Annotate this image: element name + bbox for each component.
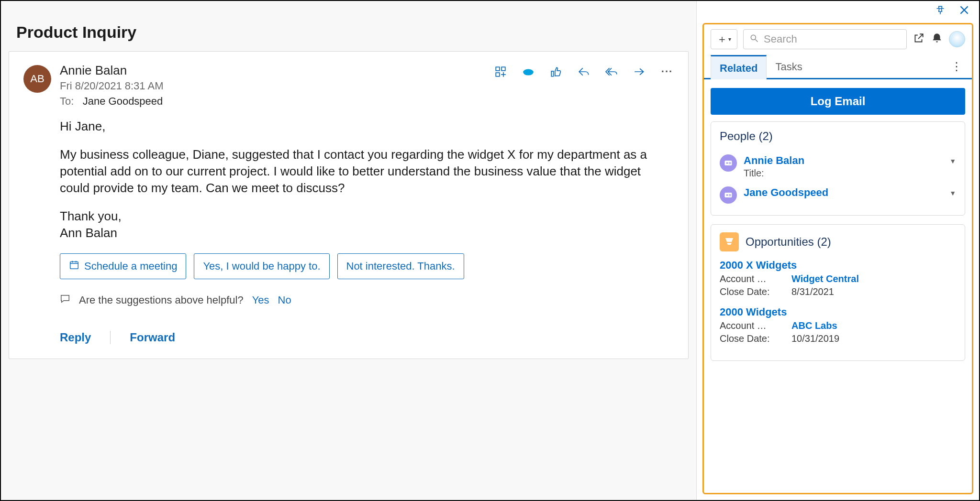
close-date: 10/31/2019 — [791, 333, 839, 344]
header-actions: ··· — [494, 63, 674, 78]
people-heading: People (2) — [720, 130, 956, 143]
email-header: AB Annie Balan Fri 8/20/2021 8:31 AM To:… — [23, 63, 674, 108]
close-date: 8/31/2021 — [791, 286, 834, 297]
person-title: Title: — [744, 168, 943, 179]
svg-line-11 — [756, 40, 758, 42]
reply-icon[interactable] — [577, 65, 590, 78]
opportunity-close-line: Close Date: 10/31/2019 — [720, 333, 956, 344]
schedule-meeting-button[interactable]: Schedule a meeting — [60, 253, 186, 279]
svg-point-13 — [726, 162, 728, 164]
pin-icon[interactable] — [934, 4, 947, 18]
side-inner: ＋ ▾ Related Tasks ⋮ Log Email — [702, 23, 973, 494]
feedback-line: Are the suggestions above helpful? Yes N… — [23, 294, 674, 307]
email-body: Hi Jane, My business colleague, Diane, s… — [23, 118, 674, 242]
forward-icon[interactable] — [633, 65, 646, 78]
sender-block: Annie Balan Fri 8/20/2021 8:31 AM To: Ja… — [60, 63, 485, 108]
apps-icon[interactable] — [494, 65, 507, 78]
plus-icon: ＋ — [717, 32, 727, 46]
recipient-name: Jane Goodspeed — [83, 95, 163, 107]
svg-point-17 — [726, 194, 728, 196]
tab-menu-icon[interactable]: ⋮ — [951, 60, 965, 73]
bell-icon[interactable] — [931, 32, 943, 46]
opportunity-account-line: Account … Widget Central — [720, 273, 956, 284]
search-input[interactable] — [764, 33, 901, 45]
opportunity-name-link[interactable]: 2000 Widgets — [720, 306, 956, 318]
body-greeting: Hi Jane, — [60, 118, 674, 135]
svg-rect-6 — [70, 261, 78, 269]
reply-button[interactable]: Reply — [60, 331, 91, 344]
expand-icon[interactable]: ▼ — [949, 154, 956, 165]
search-icon — [749, 33, 759, 45]
forward-button[interactable]: Forward — [130, 331, 175, 344]
contact-icon — [720, 186, 737, 204]
body-main: My business colleague, Diane, suggested … — [60, 146, 674, 196]
feedback-no[interactable]: No — [278, 294, 291, 306]
svg-rect-19 — [729, 196, 731, 196]
tab-related[interactable]: Related — [711, 55, 767, 79]
reply-row: Reply Forward — [23, 331, 674, 344]
open-external-icon[interactable] — [913, 32, 925, 46]
opportunity-item: 2000 X Widgets Account … Widget Central … — [720, 259, 956, 297]
search-wrap[interactable] — [743, 29, 907, 49]
tab-tasks[interactable]: Tasks — [767, 55, 811, 78]
person-info: Jane Goodspeed — [744, 186, 943, 199]
tool-row: ＋ ▾ — [704, 29, 972, 55]
close-icon[interactable] — [958, 4, 970, 18]
account-link[interactable]: Widget Central — [791, 273, 859, 284]
sender-name: Annie Balan — [60, 63, 485, 78]
person-info: Annie Balan Title: — [744, 154, 943, 179]
reply-all-icon[interactable] — [605, 65, 618, 78]
astro-avatar[interactable] — [949, 31, 965, 47]
sender-avatar: AB — [23, 65, 51, 93]
to-label: To: — [60, 95, 74, 107]
svg-rect-14 — [729, 162, 731, 163]
svg-rect-12 — [725, 161, 732, 165]
add-button[interactable]: ＋ ▾ — [711, 29, 737, 49]
reply-yes-label: Yes, I would be happy to. — [203, 260, 320, 272]
person-row: Annie Balan Title: ▼ — [720, 151, 956, 183]
calendar-icon — [69, 260, 79, 273]
like-icon[interactable] — [549, 65, 563, 78]
schedule-label: Schedule a meeting — [84, 260, 177, 272]
separator — [110, 331, 111, 344]
reply-no-button[interactable]: Not interested. Thanks. — [337, 253, 464, 279]
opportunity-icon — [720, 232, 739, 251]
recipient-line: To: Jane Goodspeed — [60, 95, 485, 108]
person-row: Jane Goodspeed ▼ — [720, 183, 956, 207]
side-panel: ＋ ▾ Related Tasks ⋮ Log Email — [697, 1, 979, 500]
opportunities-heading: Opportunities (2) — [720, 232, 956, 251]
opportunity-close-line: Close Date: 8/31/2021 — [720, 286, 956, 297]
tabs-row: Related Tasks ⋮ — [704, 55, 972, 79]
opportunities-section: Opportunities (2) 2000 X Widgets Account… — [711, 224, 965, 361]
feedback-yes[interactable]: Yes — [252, 294, 269, 306]
more-icon[interactable]: ··· — [660, 65, 674, 78]
reply-yes-button[interactable]: Yes, I would be happy to. — [194, 253, 329, 279]
svg-rect-0 — [496, 67, 500, 71]
page-title: Product Inquiry — [16, 23, 691, 42]
account-link[interactable]: ABC Labs — [791, 320, 837, 331]
smart-replies: Schedule a meeting Yes, I would be happy… — [23, 253, 674, 279]
feedback-prompt: Are the suggestions above helpful? — [79, 294, 244, 306]
expand-icon[interactable]: ▼ — [949, 186, 956, 197]
email-date: Fri 8/20/2021 8:31 AM — [60, 80, 485, 92]
log-email-button[interactable]: Log Email — [711, 88, 965, 115]
person-name-link[interactable]: Annie Balan — [744, 154, 943, 167]
svg-point-5 — [523, 69, 534, 76]
svg-rect-2 — [496, 73, 500, 76]
side-top-icons — [697, 1, 979, 23]
svg-rect-1 — [501, 67, 505, 71]
email-pane: Product Inquiry AB Annie Balan Fri 8/20/… — [1, 1, 697, 500]
email-card: AB Annie Balan Fri 8/20/2021 8:31 AM To:… — [9, 51, 689, 359]
opportunity-item: 2000 Widgets Account … ABC Labs Close Da… — [720, 306, 956, 344]
opportunity-name-link[interactable]: 2000 X Widgets — [720, 259, 956, 272]
opportunity-account-line: Account … ABC Labs — [720, 320, 956, 331]
people-section: People (2) Annie Balan Title: ▼ — [711, 121, 965, 216]
comment-icon — [60, 294, 70, 307]
contact-icon — [720, 154, 737, 172]
person-name-link[interactable]: Jane Goodspeed — [744, 186, 943, 199]
svg-rect-18 — [729, 194, 731, 195]
svg-point-10 — [751, 35, 756, 40]
chevron-down-icon: ▾ — [728, 36, 731, 43]
svg-rect-15 — [729, 163, 731, 164]
salesforce-icon[interactable] — [522, 65, 535, 78]
